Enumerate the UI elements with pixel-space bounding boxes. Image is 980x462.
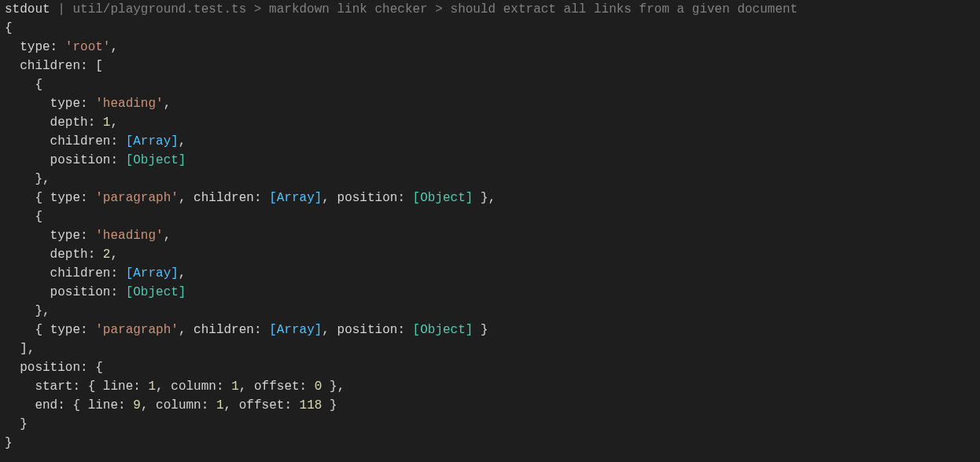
stdout-label: stdout: [5, 2, 50, 16]
key-position: position: [50, 153, 111, 167]
value-paragraph: 'paragraph': [95, 191, 179, 205]
brace-open: {: [5, 21, 13, 35]
start-offset: 0: [315, 380, 322, 394]
key-end: end: [35, 398, 57, 412]
output-header: stdout | util/playground.test.ts > markd…: [5, 2, 798, 16]
brace-close: }: [5, 436, 13, 450]
header-path: | util/playground.test.ts > markdown lin…: [50, 2, 798, 16]
key-children: children: [20, 59, 80, 73]
terminal-output: stdout | util/playground.test.ts > markd…: [0, 0, 980, 453]
end-offset: 118: [300, 398, 322, 412]
value-heading: 'heading': [95, 97, 163, 111]
value-depth-2: 2: [103, 248, 111, 262]
key-column: column: [171, 380, 216, 394]
key-start: start: [35, 380, 72, 394]
key-depth: depth: [50, 116, 88, 130]
start-line: 1: [148, 380, 156, 394]
value-depth-1: 1: [103, 116, 111, 130]
key-offset: offset: [254, 380, 300, 394]
array-ref: [Array]: [126, 134, 179, 148]
key-type: type: [20, 40, 50, 54]
end-column: 1: [216, 398, 224, 412]
end-line: 9: [133, 398, 141, 412]
object-ref: [Object]: [126, 153, 186, 167]
start-column: 1: [231, 380, 239, 394]
value-root: 'root': [65, 40, 111, 54]
key-line: line: [103, 380, 133, 394]
